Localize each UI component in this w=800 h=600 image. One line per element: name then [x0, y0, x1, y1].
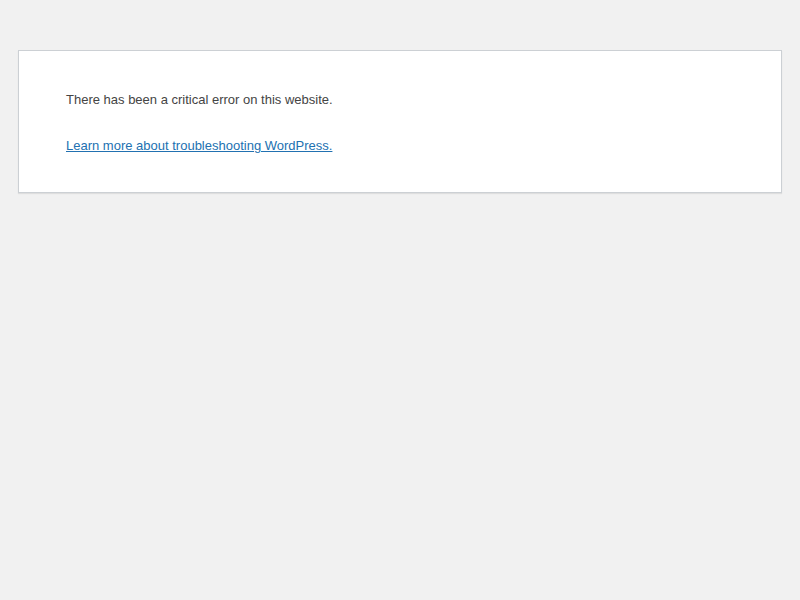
- error-card: There has been a critical error on this …: [18, 50, 782, 193]
- critical-error-message: There has been a critical error on this …: [66, 90, 734, 110]
- troubleshooting-paragraph: Learn more about troubleshooting WordPre…: [66, 136, 734, 156]
- troubleshooting-wordpress-link[interactable]: Learn more about troubleshooting WordPre…: [66, 138, 332, 153]
